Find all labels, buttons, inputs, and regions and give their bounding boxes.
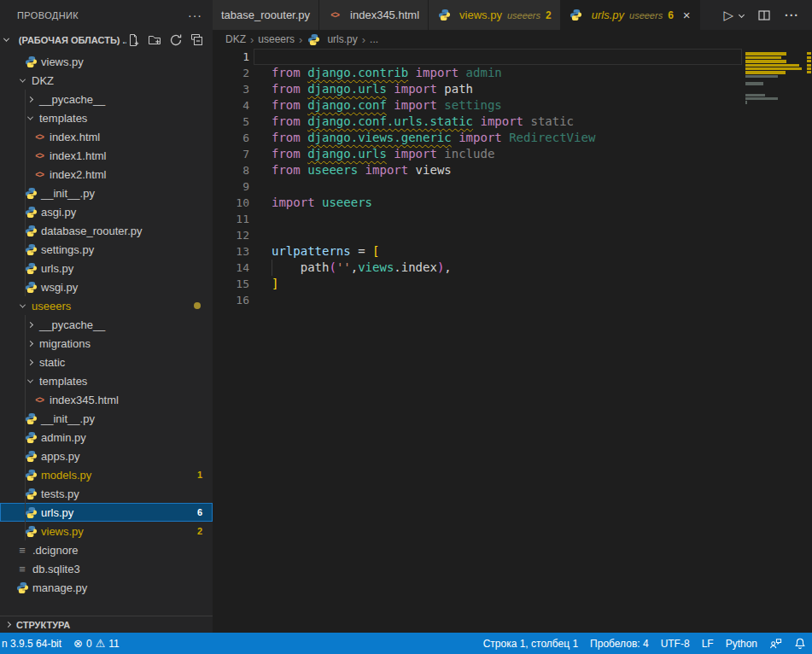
code-line-10[interactable]: import useeers (254, 195, 742, 211)
run-button[interactable]: ▷ (723, 8, 733, 23)
code-line-15[interactable]: ] (254, 276, 742, 292)
overview-ruler[interactable] (806, 49, 812, 633)
tree-item-models-py[interactable]: models.py1 (0, 465, 213, 484)
tree-item--dcignore[interactable]: ≡.dcignore (0, 540, 213, 559)
tree-item-tests-py[interactable]: tests.py (0, 484, 213, 503)
tree-indent-guide (25, 315, 26, 540)
notifications-bell-icon[interactable] (788, 637, 812, 650)
indentation-status[interactable]: Пробелов: 4 (584, 638, 655, 650)
explorer-more-icon[interactable]: ··· (188, 9, 202, 22)
code-token: django.urls (307, 147, 387, 161)
explorer-title: ПРОВОДНИК (17, 10, 188, 20)
tree-item-index2-html[interactable]: <>index2.html (0, 165, 213, 184)
close-icon[interactable]: × (683, 9, 691, 21)
code-line-6[interactable]: from django.views.generic import Redirec… (254, 130, 742, 146)
tree-item--init-py[interactable]: __init__.py (0, 184, 213, 202)
tab-bar: tabase_roouter.py<>index345.htmlviews.py… (213, 0, 812, 30)
tree-item-templates[interactable]: templates (0, 108, 213, 127)
tree-item-templates[interactable]: templates (0, 371, 213, 390)
tree-item-admin-py[interactable]: admin.py (0, 428, 213, 447)
cursor-position-status[interactable]: Строка 1, столбец 1 (477, 638, 584, 650)
code-token: ( (329, 260, 336, 274)
refresh-icon[interactable] (169, 33, 183, 47)
line-number: 15 (213, 276, 249, 292)
tab-urls-py[interactable]: urls.pyuseeers6× (561, 0, 700, 30)
tree-item-static[interactable]: static (0, 353, 213, 371)
tree-item-index345-html[interactable]: <>index345.html (0, 390, 213, 409)
workspace-section-label: (РАБОЧАЯ ОБЛАСТЬ) ... (19, 35, 126, 45)
modified-dot-badge (194, 302, 201, 309)
workspace-section-header[interactable]: (РАБОЧАЯ ОБЛАСТЬ) ... (0, 30, 213, 50)
code-line-12[interactable] (254, 227, 742, 243)
tree-item-index-html[interactable]: <>index.html (0, 127, 213, 146)
minimap-warning-bar (745, 56, 781, 59)
code-content[interactable]: from django.contrib import adminfrom dja… (254, 49, 742, 633)
tree-item--init-py[interactable]: __init__.py (0, 409, 213, 428)
tab-index345-html[interactable]: <>index345.html (319, 0, 429, 30)
run-dropdown-icon[interactable] (739, 12, 745, 18)
tree-item-wsgi-py[interactable]: wsgi.py (0, 277, 213, 296)
code-line-4[interactable]: from django.conf import settings (254, 97, 742, 114)
code-line-2[interactable]: from django.contrib import admin (254, 65, 742, 81)
breadcrumb-label: urls.py (327, 33, 357, 45)
minimap-warning-bar (745, 64, 799, 67)
tree-item-views-py[interactable]: views.py (0, 52, 213, 71)
code-line-16[interactable] (254, 292, 742, 308)
new-folder-icon[interactable] (148, 33, 161, 47)
code-line-1[interactable] (254, 49, 742, 65)
code-line-11[interactable] (254, 211, 742, 227)
code-token: settings (444, 98, 501, 112)
language-mode-status[interactable]: Python (720, 638, 763, 650)
minimap[interactable] (745, 49, 805, 108)
tree-item-views-py[interactable]: views.py2 (0, 522, 213, 540)
code-line-8[interactable]: from useeers import views (254, 162, 742, 178)
code-line-9[interactable] (254, 178, 742, 195)
tree-item-dkz[interactable]: DKZ (0, 71, 213, 90)
code-editor[interactable]: 12345678910111213141516 from django.cont… (213, 49, 812, 633)
python-file-icon (24, 280, 38, 294)
tree-item-urls-py[interactable]: urls.py6 (0, 503, 213, 522)
tree-item-urls-py[interactable]: urls.py (0, 259, 213, 277)
file-tree: views.pyDKZ__pycache__templates<>index.h… (0, 50, 213, 616)
tree-item-database-roouter-py[interactable]: database_roouter.py (0, 221, 213, 240)
tab-tabase-roouter-py[interactable]: tabase_roouter.py (213, 0, 319, 30)
tree-item-asgi-py[interactable]: asgi.py (0, 202, 213, 221)
outline-section-header[interactable]: СТРУКТУРА (0, 616, 213, 633)
eol-status[interactable]: LF (696, 638, 720, 650)
code-line-7[interactable]: from django.urls import include (254, 146, 742, 162)
split-editor-icon[interactable] (757, 9, 771, 22)
tree-item-label: static (39, 356, 65, 369)
feedback-icon[interactable] (763, 637, 788, 650)
tree-item-label: index1.html (50, 149, 106, 162)
code-line-5[interactable]: from django.conf.urls.static import stat… (254, 114, 742, 130)
collapse-all-icon[interactable] (190, 33, 204, 47)
tab-views-py[interactable]: views.pyuseeers2 (429, 0, 561, 30)
more-actions-icon[interactable]: ··· (785, 9, 799, 22)
tree-item-manage-py[interactable]: manage.py (0, 578, 213, 597)
breadcrumb-item-useeers[interactable]: useeers (258, 33, 295, 45)
tree-item-settings-py[interactable]: settings.py (0, 240, 213, 259)
code-line-3[interactable]: from django.urls import path (254, 81, 742, 97)
tree-item-index1-html[interactable]: <>index1.html (0, 146, 213, 165)
python-interpreter-status[interactable]: n 3.9.5 64-bit (0, 638, 67, 650)
python-file-icon (24, 524, 38, 538)
code-token: ] (272, 277, 278, 290)
tab-problems-badge: 2 (546, 9, 552, 21)
problems-status[interactable]: ⊗ 0 ⚠ 11 (67, 638, 126, 650)
code-line-13[interactable]: urlpatterns = [ (254, 243, 742, 260)
code-line-14[interactable]: path('',views.index), (254, 260, 742, 276)
tree-item-label: settings.py (41, 243, 94, 256)
problems-count-badge: 6 (197, 507, 202, 517)
tree-item-apps-py[interactable]: apps.py (0, 447, 213, 465)
tree-item--pycache-[interactable]: __pycache__ (0, 315, 213, 334)
breadcrumb-item-urls-py[interactable]: urls.py (307, 32, 357, 46)
tree-item-db-sqlite3[interactable]: ≡db.sqlite3 (0, 559, 213, 578)
tree-item--pycache-[interactable]: __pycache__ (0, 90, 213, 108)
breadcrumb-item-dkz[interactable]: DKZ (225, 33, 246, 45)
tree-item-migrations[interactable]: migrations (0, 334, 213, 353)
new-file-icon[interactable] (126, 33, 140, 47)
tree-item-useeers[interactable]: useeers (0, 296, 213, 315)
breadcrumb-item--[interactable]: ... (370, 33, 378, 45)
code-token: django.conf (307, 98, 387, 112)
encoding-status[interactable]: UTF-8 (655, 638, 696, 650)
